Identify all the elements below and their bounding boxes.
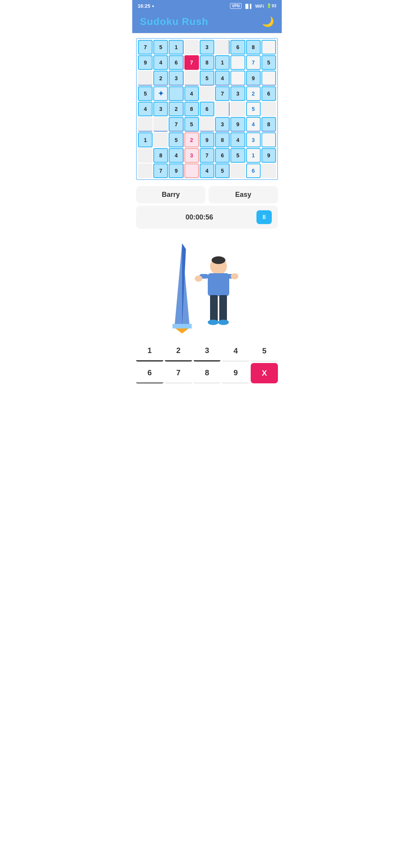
cell-56[interactable]: 5 <box>169 132 183 147</box>
cell-38[interactable]: 2 <box>169 102 183 116</box>
cell-63[interactable] <box>138 148 153 163</box>
cell-46[interactable] <box>153 117 168 132</box>
cell-35[interactable]: 6 <box>261 86 276 101</box>
cell-80[interactable] <box>261 163 276 178</box>
cell-78[interactable] <box>230 163 245 178</box>
cell-51[interactable]: 9 <box>230 117 245 132</box>
cell-77[interactable]: 5 <box>215 163 230 178</box>
status-right: VPN ▐▌▌ WiFi 🔋93 <box>230 3 276 9</box>
cell-33[interactable]: 3 <box>230 86 245 101</box>
cell-6[interactable]: 6 <box>230 40 245 54</box>
num-btn-3[interactable]: 3 <box>194 341 221 361</box>
num-btn-1[interactable]: 1 <box>136 341 163 361</box>
cell-60[interactable]: 4 <box>230 132 245 147</box>
cell-73[interactable]: 7 <box>153 163 168 178</box>
cell-61[interactable]: 3 <box>246 132 261 147</box>
cell-52[interactable]: 4 <box>246 117 261 132</box>
cell-5[interactable] <box>215 40 230 54</box>
pause-button[interactable]: ⏸ <box>256 210 272 224</box>
delete-button[interactable]: X <box>251 363 278 383</box>
cell-11[interactable]: 6 <box>169 55 183 70</box>
cell-25[interactable]: 9 <box>246 71 261 85</box>
cell-71[interactable]: 9 <box>261 148 276 163</box>
cell-1[interactable]: 5 <box>153 40 168 54</box>
cell-17[interactable]: 5 <box>261 55 276 70</box>
cell-34[interactable]: 2 <box>246 86 261 101</box>
num-btn-5[interactable]: 5 <box>251 341 278 361</box>
cell-41[interactable] <box>215 102 230 116</box>
cell-70[interactable]: 1 <box>246 148 261 163</box>
num-btn-2[interactable]: 2 <box>165 341 192 361</box>
cell-45[interactable] <box>138 117 153 132</box>
cell-0[interactable]: 7 <box>138 40 153 54</box>
cell-30[interactable]: 4 <box>184 86 199 101</box>
cell-7[interactable]: 8 <box>246 40 261 54</box>
svg-marker-2 <box>174 328 190 333</box>
cell-44[interactable] <box>261 102 276 116</box>
cell-48[interactable]: 5 <box>184 117 199 132</box>
cell-72[interactable] <box>138 163 153 178</box>
num-btn-6[interactable]: 6 <box>136 363 163 383</box>
cell-13[interactable]: 8 <box>200 55 214 70</box>
cell-10[interactable]: 4 <box>153 55 168 70</box>
cell-47[interactable]: 7 <box>169 117 183 132</box>
cell-58[interactable]: 9 <box>200 132 214 147</box>
cell-31[interactable] <box>200 86 214 101</box>
cell-74[interactable]: 9 <box>169 163 183 178</box>
cell-9[interactable]: 9 <box>138 55 153 70</box>
cell-65[interactable]: 4 <box>169 148 183 163</box>
status-bar: 16:25 ● VPN ▐▌▌ WiFi 🔋93 <box>132 0 282 12</box>
cell-12[interactable]: 7 <box>184 55 199 70</box>
cell-22[interactable]: 5 <box>200 71 214 85</box>
cell-37[interactable]: 3 <box>153 102 168 116</box>
cell-15[interactable] <box>230 55 245 70</box>
time-display: 16:25 <box>138 3 150 9</box>
cell-62[interactable] <box>261 132 276 147</box>
cell-14[interactable]: 1 <box>215 55 230 70</box>
cell-32[interactable]: 7 <box>215 86 230 101</box>
num-btn-8[interactable]: 8 <box>194 363 221 383</box>
dot-icon: ● <box>152 4 154 8</box>
cell-50[interactable]: 3 <box>215 117 230 132</box>
svg-point-10 <box>231 273 238 279</box>
cell-55[interactable] <box>153 132 168 147</box>
cell-39[interactable]: 8 <box>184 102 199 116</box>
cell-54[interactable]: 1 <box>138 132 153 147</box>
cell-53[interactable]: 8 <box>261 117 276 132</box>
num-btn-9[interactable]: 9 <box>222 363 249 383</box>
cell-27[interactable]: 5 <box>138 86 153 101</box>
cell-66[interactable]: 3 <box>184 148 199 163</box>
cell-76[interactable]: 4 <box>200 163 214 178</box>
cell-21[interactable] <box>184 71 199 85</box>
cell-26[interactable] <box>261 71 276 85</box>
cell-4[interactable]: 3 <box>200 40 214 54</box>
cell-49[interactable] <box>200 117 214 132</box>
cell-64[interactable]: 8 <box>153 148 168 163</box>
cell-20[interactable]: 3 <box>169 71 183 85</box>
cell-67[interactable]: 7 <box>200 148 214 163</box>
num-btn-7[interactable]: 7 <box>165 363 192 383</box>
cell-68[interactable]: 6 <box>215 148 230 163</box>
cell-79[interactable]: 6 <box>246 163 261 178</box>
cell-3[interactable] <box>184 40 199 54</box>
cell-19[interactable]: 2 <box>153 71 168 85</box>
cell-29[interactable] <box>169 86 183 101</box>
cell-42[interactable] <box>230 102 245 116</box>
cell-69[interactable]: 5 <box>230 148 245 163</box>
cell-16[interactable]: 7 <box>246 55 261 70</box>
cell-28[interactable]: ✦ <box>153 86 168 101</box>
cell-75[interactable] <box>184 163 199 178</box>
dark-mode-button[interactable]: 🌙 <box>262 16 274 28</box>
cell-40[interactable]: 6 <box>200 102 214 116</box>
cell-59[interactable]: 8 <box>215 132 230 147</box>
cell-36[interactable]: 4 <box>138 102 153 116</box>
cell-2[interactable]: 1 <box>169 40 183 54</box>
cell-43[interactable]: 5 <box>246 102 261 116</box>
pause-icon: ⏸ <box>261 214 267 221</box>
cell-8[interactable] <box>261 40 276 54</box>
cell-57[interactable]: 2 <box>184 132 199 147</box>
cell-23[interactable]: 4 <box>215 71 230 85</box>
cell-24[interactable] <box>230 71 245 85</box>
cell-18[interactable] <box>138 71 153 85</box>
num-btn-4[interactable]: 4 <box>222 341 249 361</box>
